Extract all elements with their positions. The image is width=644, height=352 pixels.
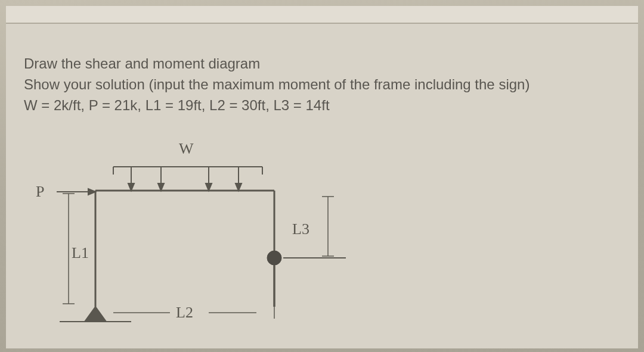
page-top-divider bbox=[6, 6, 638, 24]
label-l1: L1 bbox=[72, 244, 89, 262]
photo-background: Draw the shear and moment diagram Show y… bbox=[0, 0, 644, 352]
svg-point-28 bbox=[267, 251, 281, 265]
svg-marker-9 bbox=[206, 183, 212, 191]
label-l2: L2 bbox=[176, 304, 193, 322]
question-paper: Draw the shear and moment diagram Show y… bbox=[6, 6, 638, 348]
problem-line-1: Draw the shear and moment diagram bbox=[24, 54, 620, 74]
svg-marker-5 bbox=[128, 183, 134, 191]
svg-marker-11 bbox=[236, 183, 242, 191]
svg-marker-26 bbox=[85, 307, 106, 322]
label-w: W bbox=[179, 140, 194, 158]
svg-marker-15 bbox=[88, 189, 95, 195]
problem-line-3: W = 2k/ft, P = 21k, L1 = 19ft, L2 = 30ft… bbox=[24, 95, 620, 116]
frame-svg bbox=[36, 140, 405, 337]
frame-diagram: W P L1 L2 L3 bbox=[36, 140, 405, 337]
label-l3: L3 bbox=[292, 220, 309, 238]
svg-marker-7 bbox=[158, 183, 164, 191]
problem-line-2: Show your solution (input the maximum mo… bbox=[24, 74, 620, 95]
label-p: P bbox=[36, 183, 44, 201]
problem-statement: Draw the shear and moment diagram Show y… bbox=[24, 54, 620, 116]
